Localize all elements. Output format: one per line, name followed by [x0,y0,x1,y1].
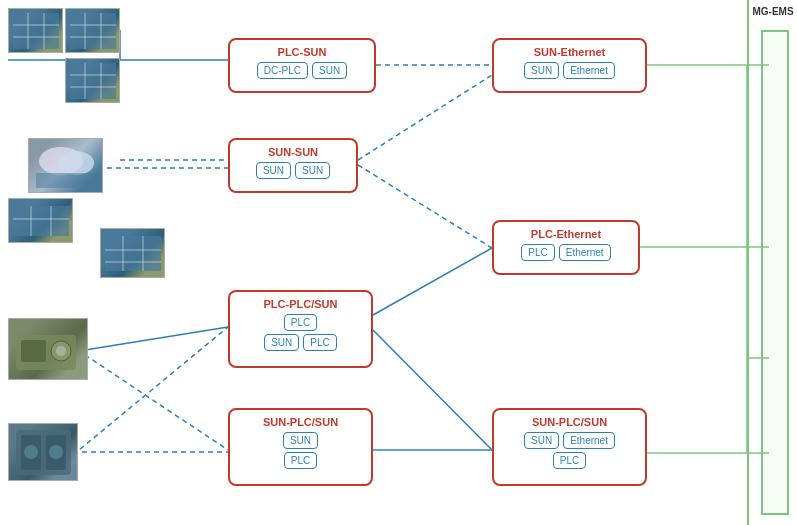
svg-line-9 [358,165,492,248]
mg-ems-label: MG-EMS [752,6,793,17]
device-sun-ethernet-title: SUN-Ethernet [502,46,637,58]
tag-plc-2: PLC [284,314,317,331]
tag-sun-1: SUN [312,62,347,79]
svg-point-34 [58,151,94,175]
svg-point-52 [24,445,38,459]
tag-plc-1: PLC [521,244,554,261]
tag-sun-4: SUN [295,162,330,179]
svg-rect-18 [13,13,59,49]
image-generator [8,318,88,380]
svg-rect-40 [105,236,161,271]
tag-plc-3: PLC [303,334,336,351]
svg-line-12 [373,248,492,315]
device-sun-plc-sun-left: SUN-PLC/SUN SUN PLC [228,408,373,486]
device-sun-plc-sun-right-title: SUN-PLC/SUN [502,416,637,428]
image-hvac [8,423,78,481]
svg-rect-28 [70,63,116,99]
mg-ems-panel: MG-EMS [747,0,797,525]
device-sun-plc-sun-right: SUN-PLC/SUN SUN Ethernet PLC [492,408,647,486]
svg-line-10 [85,327,228,350]
tag-ethernet-2: Ethernet [559,244,611,261]
device-plc-ethernet-title: PLC-Ethernet [502,228,630,240]
device-plc-sun: PLC-SUN DC-PLC SUN [228,38,376,93]
device-plc-plc-sun: PLC-PLC/SUN PLC SUN PLC [228,290,373,368]
device-sun-ethernet: SUN-Ethernet SUN Ethernet [492,38,647,93]
svg-line-13 [373,330,492,450]
tag-ethernet-3: Ethernet [563,432,615,449]
svg-rect-36 [13,206,69,236]
svg-line-16 [73,327,228,455]
svg-rect-46 [21,340,46,362]
tag-sun-2: SUN [524,62,559,79]
image-solar5 [8,198,73,243]
image-solar2 [65,8,120,53]
image-solar4 [28,138,103,193]
tag-sun-6: SUN [283,432,318,449]
image-solar1 [8,8,63,53]
tag-sun-3: SUN [256,162,291,179]
tag-sun-5: SUN [264,334,299,351]
svg-line-11 [85,355,228,450]
device-sun-sun: SUN-SUN SUN SUN [228,138,358,193]
svg-rect-23 [70,13,116,49]
tag-dc-plc: DC-PLC [257,62,308,79]
device-plc-plc-sun-title: PLC-PLC/SUN [238,298,363,310]
diagram-container: PLC-SUN DC-PLC SUN SUN-Ethernet SUN Ethe… [0,0,797,525]
tag-sun-7: SUN [524,432,559,449]
tag-plc-5: PLC [553,452,586,469]
device-sun-sun-title: SUN-SUN [238,146,348,158]
svg-point-53 [49,445,63,459]
image-solar6 [100,228,165,278]
tag-plc-4: PLC [284,452,317,469]
svg-point-48 [56,346,66,356]
device-plc-ethernet: PLC-Ethernet PLC Ethernet [492,220,640,275]
tag-ethernet-1: Ethernet [563,62,615,79]
svg-line-8 [358,75,492,160]
device-plc-sun-title: PLC-SUN [238,46,366,58]
svg-rect-35 [36,173,96,188]
image-solar3 [65,58,120,103]
device-sun-plc-sun-left-title: SUN-PLC/SUN [238,416,363,428]
